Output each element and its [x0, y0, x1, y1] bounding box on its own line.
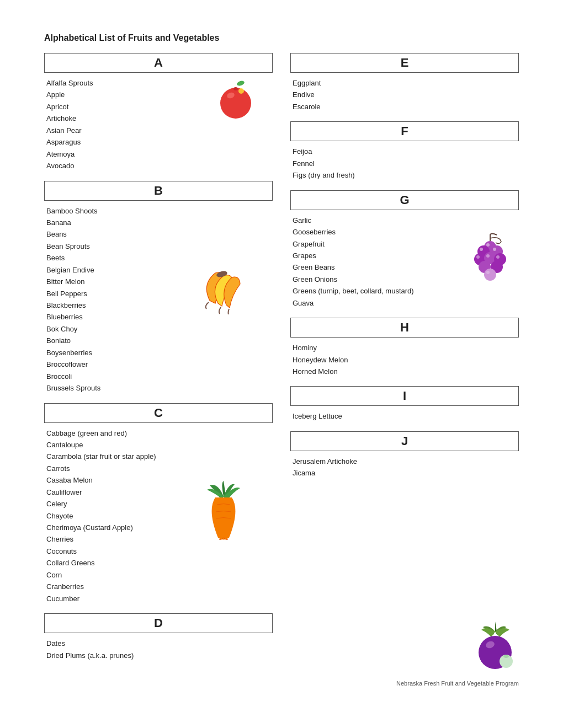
list-item: Dried Plums (a.k.a. prunes): [46, 650, 273, 661]
list-item: Carrots: [46, 463, 273, 474]
list-item: Fennel: [293, 158, 519, 169]
list-item: Hominy: [293, 342, 519, 354]
section-header-e: E: [290, 53, 519, 73]
svg-point-17: [480, 248, 483, 251]
section-f: FFeijoaFennelFigs (dry and fresh): [290, 121, 519, 181]
list-item: Cantaloupe: [46, 439, 273, 451]
apple-image: [215, 80, 563, 126]
list-item: Beets: [46, 252, 273, 264]
section-h: HHominyHoneydew MelonHorned Melon: [290, 318, 519, 377]
list-item: Corn: [46, 569, 273, 581]
page-title: Alphabetical List of Fruits and Vegetabl…: [44, 33, 519, 43]
section-header-b: B: [44, 181, 273, 201]
columns: AAlfalfa SproutsAppleApricotArtichokeAsi…: [44, 53, 519, 670]
list-item: Jerusalem Artichoke: [293, 456, 519, 467]
list-item: Boysenberries: [46, 347, 273, 358]
section-header-h: H: [290, 318, 519, 338]
svg-point-4: [238, 88, 244, 94]
list-item: Honeydew Melon: [293, 354, 519, 366]
section-items-h: HominyHoneydew MelonHorned Melon: [290, 342, 519, 377]
bottom-veggie-image: [472, 622, 519, 673]
section-header-c: C: [44, 403, 273, 423]
list-item: Broccoflower: [46, 358, 273, 370]
list-item: Brussels Sprouts: [46, 382, 273, 394]
section-items-f: FeijoaFennelFigs (dry and fresh): [290, 146, 519, 181]
page: Alphabetical List of Fruits and Vegetabl…: [0, 0, 563, 703]
list-item: Horned Melon: [293, 366, 519, 377]
section-items-j: Jerusalem ArtichokeJicama: [290, 456, 519, 479]
svg-point-20: [486, 254, 490, 258]
list-item: Beans: [46, 228, 273, 240]
list-item: Asparagus: [46, 136, 273, 148]
carrot-image: [190, 480, 257, 542]
footer: Nebraska Fresh Fruit and Vegetable Progr…: [396, 680, 519, 687]
section-d: DDatesDried Plums (a.k.a. prunes): [44, 613, 273, 661]
svg-point-0: [236, 80, 245, 87]
svg-point-1: [220, 88, 251, 119]
section-j: JJerusalem ArtichokeJicama: [290, 431, 519, 479]
list-item: Atemoya: [46, 148, 273, 160]
section-header-g: G: [290, 190, 519, 210]
svg-point-19: [476, 255, 480, 259]
list-item: Bok Choy: [46, 323, 273, 335]
list-item: Cucumber: [46, 593, 273, 604]
list-item: Iceberg Lettuce: [293, 410, 519, 422]
list-item: Feijoa: [293, 146, 519, 157]
svg-point-26: [503, 655, 509, 658]
left-column: AAlfalfa SproutsAppleApricotArtichokeAsi…: [44, 53, 273, 670]
svg-point-16: [486, 243, 490, 247]
section-items-i: Iceberg Lettuce: [290, 410, 519, 422]
list-item: Avocado: [46, 160, 273, 172]
svg-point-3: [233, 87, 238, 90]
list-item: Garlic: [293, 215, 519, 226]
list-item: Broccoli: [46, 371, 273, 382]
svg-point-22: [486, 271, 490, 274]
list-item: Jicama: [293, 467, 519, 479]
list-item: Coconuts: [46, 545, 273, 557]
list-item: Cranberries: [46, 581, 273, 592]
section-header-i: I: [290, 386, 519, 406]
svg-point-18: [493, 248, 496, 251]
section-i: IIceberg Lettuce: [290, 386, 519, 422]
list-item: Banana: [46, 217, 273, 228]
list-item: Dates: [46, 638, 273, 649]
section-header-j: J: [290, 431, 519, 451]
grapes-image: [469, 232, 513, 286]
list-item: Collard Greens: [46, 557, 273, 569]
list-item: Figs (dry and fresh): [293, 169, 519, 181]
list-item: Boniato: [46, 335, 273, 346]
right-column: EEggplantEndiveEscaroleFFeijoaFennelFigs…: [290, 53, 519, 670]
section-header-d: D: [44, 613, 273, 633]
list-item: Bamboo Shoots: [46, 205, 273, 217]
section-items-d: DatesDried Plums (a.k.a. prunes): [44, 638, 273, 661]
list-item: Carambola (star fruit or star apple): [46, 451, 273, 462]
list-item: Asian Pear: [46, 125, 273, 136]
section-header-a: A: [44, 53, 273, 73]
svg-point-21: [496, 255, 500, 259]
list-item: Cabbage (green and red): [46, 427, 273, 439]
svg-point-15: [484, 269, 496, 281]
list-item: Bean Sprouts: [46, 240, 273, 252]
